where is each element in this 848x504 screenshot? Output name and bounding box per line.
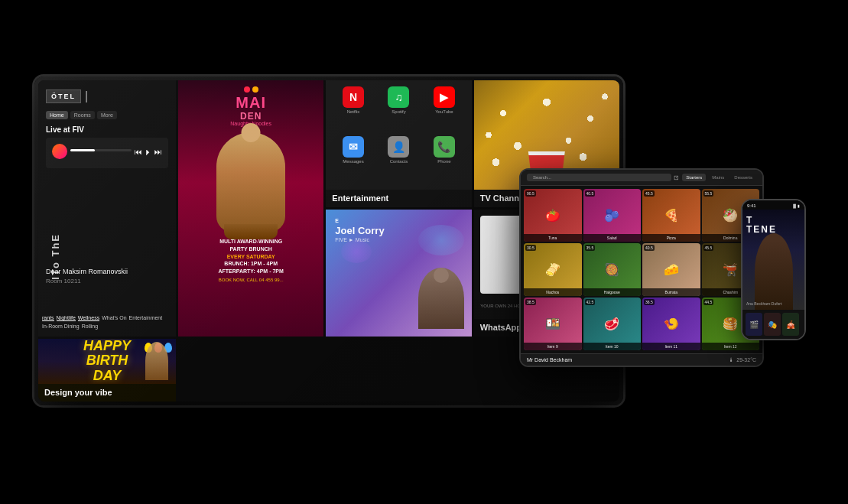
phone-overlay[interactable]: 9:41 ▓ ▮ T TENE Ana Beckham-Dufort <box>741 199 806 340</box>
netflix-label: Netflix <box>347 109 360 114</box>
food-item-6[interactable]: 🥘 35.5 Halgoose <box>583 243 642 296</box>
food-item-11[interactable]: 🍤 36.5 Item 11 <box>642 298 700 350</box>
party-event-text: MULTI AWARD-WINNINGPARTY BRUNCH EVERY SA… <box>219 238 284 275</box>
phone-label: Phone <box>437 159 450 164</box>
birthday-text: HAPPYBIRTHDAY <box>83 339 131 384</box>
tablet-overlay[interactable]: Search... ⊡ Starters Mains Desserts 🍅 90… <box>519 168 764 367</box>
tablet-temperature: 🌡 29-32°C <box>729 357 756 363</box>
tablet-tab-desserts[interactable]: Desserts <box>730 174 756 181</box>
phone-hero-area: T TENE Ana Beckham-Dufort <box>742 210 804 310</box>
battery-icon: ▮ <box>798 203 800 208</box>
food-item-3[interactable]: 🍕 45.5 Pizza <box>642 189 700 242</box>
phone-status-icons: ▓ ▮ <box>793 203 800 208</box>
tablet-tabs[interactable]: Starters Mains Desserts <box>682 174 756 181</box>
music-icon <box>52 144 67 159</box>
food-price-2: 40.5 <box>585 190 596 197</box>
nav-rolling[interactable]: Rolling <box>82 324 98 329</box>
food-price-1: 90.5 <box>525 190 536 197</box>
party-person-head <box>242 123 261 142</box>
wifi-icon: ▓ <box>793 203 796 208</box>
app-phone[interactable]: 📞 Phone <box>423 136 465 183</box>
nav-entertainment[interactable]: Entertainment <box>129 315 163 321</box>
phone-thumbnails: 🎬 🎭 🎪 <box>742 310 804 339</box>
tablet-search-area: Search... ⊡ <box>527 174 679 181</box>
party-main-title: MAI DEN <box>236 95 266 121</box>
food-label-5: Nachos <box>524 288 582 296</box>
top-nav[interactable]: Home Rooms More <box>46 111 168 119</box>
food-grid: 🍅 90.5 Tuna 🫐 40.5 Salad 🍕 45.5 Pizza 🥙 … <box>521 186 762 353</box>
nav-tab-rooms[interactable]: Rooms <box>70 111 95 119</box>
app-spotify[interactable]: ♫ Spotify <box>378 86 420 133</box>
food-label-11: Item 11 <box>642 343 700 350</box>
tablet-header: Search... ⊡ Starters Mains Desserts <box>521 170 762 186</box>
party-background: MAI DEN Naughty Noodles MULTI AWARD-WINN… <box>178 80 323 337</box>
food-item-7[interactable]: 🧀 40.5 Burrata <box>642 243 700 296</box>
app-youtube[interactable]: ▶ YouTube <box>423 86 465 133</box>
party-person-dress <box>224 224 278 239</box>
food-item-2[interactable]: 🫐 40.5 Salad <box>583 189 642 242</box>
play-button[interactable]: ⏮ ⏵ ⏭ <box>135 148 162 156</box>
food-label-10: Item 10 <box>583 343 642 350</box>
contacts-label: Contacts <box>390 159 408 164</box>
app-contacts[interactable]: 👤 Contacts <box>378 136 420 183</box>
nav-tab-more[interactable]: More <box>97 111 117 119</box>
tablet-tab-mains[interactable]: Mains <box>708 174 728 181</box>
temp-value: 29-32°C <box>736 357 756 363</box>
phone-time: 9:41 <box>747 203 756 208</box>
phone-person-silhouette <box>755 233 793 310</box>
phone-status-bar: 9:41 ▓ ▮ <box>742 200 804 210</box>
food-price-4: 55.5 <box>703 190 714 197</box>
nav-inroom[interactable]: In-Room Dining <box>42 324 80 329</box>
joel-color-blob-1 <box>418 225 464 255</box>
tablet-footer: Mr David Beckham 🌡 29-32°C <box>521 353 762 366</box>
app-messages[interactable]: ✉ Messages <box>332 136 374 183</box>
food-price-7: 40.5 <box>644 245 655 251</box>
youtube-icon: ▶ <box>434 86 455 108</box>
bottom-nav[interactable]: rants Nightlife Wellness What's On Enter… <box>38 315 176 329</box>
food-price-12: 44.5 <box>703 299 714 305</box>
netflix-icon: N <box>343 86 364 108</box>
tile-party-brunch[interactable]: MAI DEN Naughty Noodles MULTI AWARD-WINN… <box>178 80 323 337</box>
food-price-9: 38.5 <box>525 299 536 305</box>
nav-whats-on[interactable]: What's On <box>102 315 126 321</box>
food-item-1[interactable]: 🍅 90.5 Tuna <box>524 189 582 242</box>
messages-label: Messages <box>343 159 363 164</box>
party-header-icons <box>244 86 258 93</box>
contacts-icon: 👤 <box>388 136 409 158</box>
phone-thumb-2[interactable]: 🎭 <box>764 313 781 336</box>
joel-tag: E <box>330 214 466 225</box>
party-person-figure <box>216 132 285 232</box>
food-label-2: Salad <box>583 234 642 242</box>
entertainment-tile-label: Entertainment <box>326 190 471 207</box>
food-price-11: 36.5 <box>644 299 655 305</box>
food-label-6: Halgoose <box>583 288 642 296</box>
guest-name: Dear Maksim Romanovskii <box>46 268 128 275</box>
tablet-search-bar[interactable]: Search... <box>527 174 671 181</box>
hotel-logo: ÖTEL | <box>46 89 168 103</box>
food-label-9: Item 9 <box>524 343 582 350</box>
nav-tab-home[interactable]: Home <box>46 111 68 119</box>
food-label-1: Tuna <box>524 234 582 242</box>
tile-design-vibe[interactable]: HAPPYBIRTHDAY Design your vibe <box>38 339 176 402</box>
phone-content: 9:41 ▓ ▮ T TENE Ana Beckham-Dufort <box>742 200 804 339</box>
tablet-tab-starters[interactable]: Starters <box>682 174 706 181</box>
phone-movie-title: T TENE <box>746 216 777 234</box>
tile-entertainment[interactable]: N Netflix ♫ Spotify ▶ YouTube ✉ Messages <box>326 80 471 207</box>
food-price-5: 30.5 <box>525 245 536 251</box>
nav-wellness[interactable]: Wellness <box>78 315 99 321</box>
joel-content: E Joel Corry FIVE ► Music <box>326 210 471 337</box>
messages-icon: ✉ <box>343 136 364 158</box>
phone-thumb-3[interactable]: 🎪 <box>782 313 799 336</box>
nav-restaurants[interactable]: rants <box>42 315 54 321</box>
phone-subtitle: Ana Beckham-Dufort <box>746 301 781 306</box>
app-netflix[interactable]: N Netflix <box>332 86 374 133</box>
party-cta: BOOK NOW, CALL 04 455 99... <box>219 278 284 282</box>
phone-thumb-1[interactable]: 🎬 <box>746 313 762 336</box>
food-item-5[interactable]: 🫔 30.5 Nachos <box>524 243 582 296</box>
food-item-9[interactable]: 🍱 38.5 Item 9 <box>524 298 582 350</box>
scene: ÖTEL | Home Rooms More Live at FIV <box>0 0 848 504</box>
tile-joel-corry[interactable]: E Joel Corry FIVE ► Music <box>326 210 471 337</box>
tablet-guest-name: Mr David Beckham <box>527 357 572 363</box>
food-item-10[interactable]: 🥩 42.5 Item 10 <box>583 298 642 350</box>
nav-nightlife[interactable]: Nightlife <box>57 315 76 321</box>
